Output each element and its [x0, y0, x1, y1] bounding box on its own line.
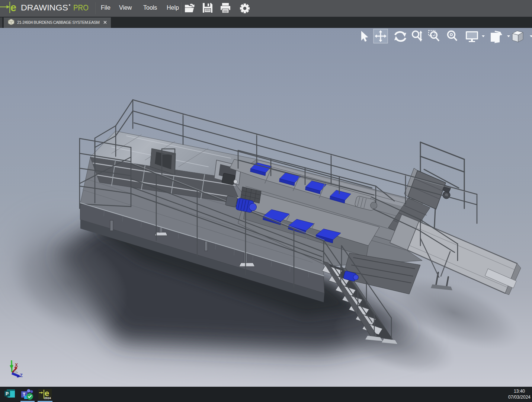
svg-text:2024: 2024 [44, 396, 51, 400]
svg-text:DRAWINGS: DRAWINGS [21, 3, 68, 12]
svg-text:X: X [15, 363, 18, 368]
svg-text:21-24934 BURDENS CABBAGE SYSTE: 21-24934 BURDENS CABBAGE SYSTEM.EASM [17, 20, 100, 25]
svg-text:PRO: PRO [73, 3, 89, 12]
svg-text:e: e [10, 1, 16, 13]
svg-text:P: P [6, 391, 9, 396]
svg-text:Z: Z [20, 373, 23, 378]
